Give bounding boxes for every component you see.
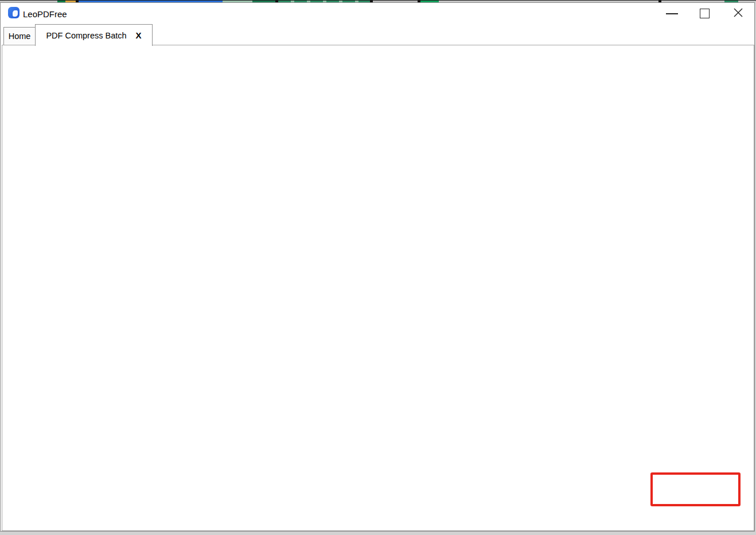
tab-home[interactable]: Home xyxy=(3,27,36,45)
tab-active-label: PDF Compress Batch xyxy=(46,31,126,40)
tab-pdf-compress-batch[interactable]: PDF Compress Batch X xyxy=(35,24,153,46)
close-icon[interactable] xyxy=(728,5,749,20)
tab-page-panel xyxy=(2,45,754,531)
minimize-icon[interactable] xyxy=(661,5,682,20)
app-logo-icon xyxy=(8,7,20,18)
main-window: LeoPDFree Home PDF Compress Batch X File… xyxy=(0,2,755,532)
window-title: LeoPDFree xyxy=(23,9,67,19)
tab-close-icon[interactable]: X xyxy=(136,30,142,40)
maximize-icon[interactable] xyxy=(695,5,715,20)
app-window: LeoPDFree Home PDF Compress Batch X File… xyxy=(0,0,756,535)
tab-home-label: Home xyxy=(9,32,31,41)
